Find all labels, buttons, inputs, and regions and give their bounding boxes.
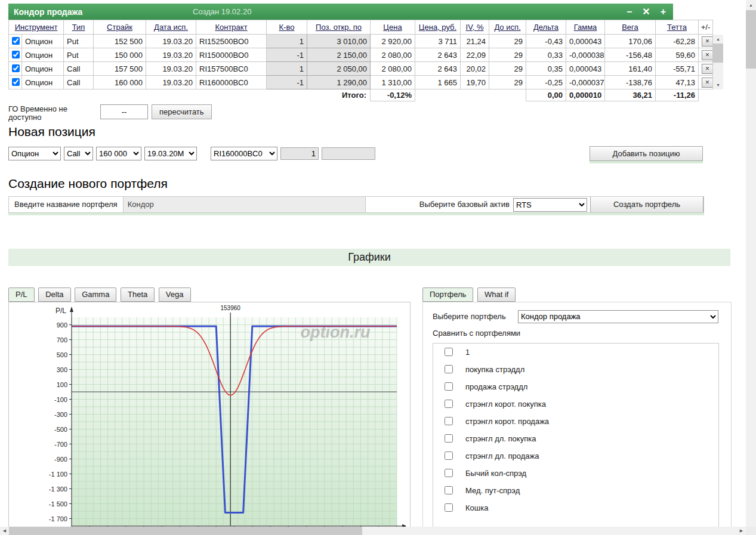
col-header-theta[interactable]: Тетта bbox=[656, 20, 699, 35]
tab-portfolio[interactable]: Портфель bbox=[422, 287, 473, 302]
cell-qty[interactable]: -1 bbox=[267, 76, 307, 89]
np-date-select[interactable]: 19.03.20M bbox=[144, 147, 197, 160]
position-checkbox[interactable] bbox=[12, 64, 20, 72]
col-header-vega[interactable]: Вега bbox=[605, 20, 656, 35]
np-qty-field[interactable] bbox=[280, 147, 319, 160]
position-checkbox[interactable] bbox=[12, 78, 20, 86]
col-header-delta[interactable]: Дельта bbox=[526, 20, 566, 35]
col-header-price[interactable]: Цена bbox=[371, 20, 415, 35]
cell-open-pos[interactable]: 2 050,00 bbox=[307, 62, 371, 76]
portfolio-select[interactable]: Кондор продажа bbox=[518, 310, 718, 323]
remove-position-button[interactable]: ✕ bbox=[702, 50, 713, 60]
table-scrollbar[interactable]: ▲ ▼ bbox=[713, 35, 723, 89]
portfolio-compare-item[interactable]: 1 bbox=[433, 344, 718, 361]
horizontal-scroll-thumb[interactable] bbox=[9, 527, 362, 535]
scroll-left-icon[interactable]: ◀ bbox=[0, 527, 9, 535]
col-header-qty[interactable]: К-во bbox=[267, 20, 307, 35]
go-value-field[interactable] bbox=[100, 104, 148, 119]
col-header-price-rub[interactable]: Цена, руб. bbox=[415, 20, 461, 35]
np-extra-field[interactable] bbox=[322, 147, 375, 160]
col-header-gamma[interactable]: Гамма bbox=[566, 20, 605, 35]
tab-delta[interactable]: Delta bbox=[38, 287, 70, 302]
base-asset-select[interactable]: RTS bbox=[513, 198, 587, 212]
col-header-type[interactable]: Тип bbox=[64, 20, 94, 35]
col-header-instrument[interactable]: Инструмент bbox=[9, 20, 64, 35]
svg-text:500: 500 bbox=[57, 351, 67, 358]
portfolio-compare-name: 1 bbox=[465, 348, 470, 357]
remove-position-button[interactable]: ✕ bbox=[702, 78, 713, 88]
np-strike-select[interactable]: 160 000 bbox=[96, 147, 141, 160]
portfolio-compare-item[interactable]: стрэнгл корот. покупка bbox=[433, 395, 718, 413]
portfolio-compare-checkbox[interactable] bbox=[445, 365, 453, 373]
scroll-right-icon[interactable]: ▶ bbox=[737, 527, 746, 535]
portfolio-compare-checkbox[interactable] bbox=[445, 382, 453, 391]
remove-position-button[interactable]: ✕ bbox=[702, 36, 713, 47]
horizontal-scrollbar[interactable]: ◀ ▶ bbox=[0, 527, 746, 535]
cell-strike: 160 000 bbox=[94, 76, 146, 89]
col-header-contract[interactable]: Контракт bbox=[196, 20, 267, 35]
cell-qty[interactable]: -1 bbox=[267, 48, 307, 62]
table-scroll-thumb[interactable] bbox=[713, 44, 723, 63]
col-header-open-pos[interactable]: Поз. откр. по bbox=[307, 20, 371, 35]
portfolio-compare-checkbox[interactable] bbox=[445, 503, 453, 512]
cell-open-pos[interactable]: 1 290,00 bbox=[307, 76, 371, 89]
svg-text:-500: -500 bbox=[54, 425, 67, 432]
tab-vega[interactable]: Vega bbox=[159, 287, 191, 302]
recalculate-button[interactable]: пересчитать bbox=[152, 104, 212, 119]
portfolio-compare-item[interactable]: стрэнгл дл. продажа bbox=[433, 447, 718, 465]
remove-position-button[interactable]: ✕ bbox=[702, 64, 713, 74]
vertical-scrollbar[interactable]: ▲ ▼ bbox=[746, 0, 756, 535]
cell-qty[interactable]: 1 bbox=[267, 62, 307, 76]
cell-open-pos[interactable]: 3 010,00 bbox=[307, 35, 371, 48]
add-icon[interactable]: + bbox=[661, 7, 666, 17]
np-instrument-select[interactable]: Опцион bbox=[8, 147, 61, 160]
table-scroll-up-icon[interactable]: ▲ bbox=[713, 35, 723, 44]
cell-exp-date: 19.03.20 bbox=[146, 62, 196, 76]
portfolio-compare-item[interactable]: стрэнгл дл. покупка bbox=[433, 430, 718, 447]
cell-strike: 150 000 bbox=[94, 48, 146, 62]
portfolio-compare-item[interactable]: Кошка bbox=[433, 499, 718, 517]
portfolio-compare-checkbox[interactable] bbox=[445, 469, 453, 477]
portfolio-compare-checkbox[interactable] bbox=[445, 348, 453, 356]
create-portfolio-button[interactable]: Создать портфель bbox=[590, 197, 703, 212]
svg-text:-700: -700 bbox=[54, 440, 67, 447]
portfolio-compare-name: продажа стрэддл bbox=[465, 382, 527, 391]
cell-open-pos[interactable]: 2 150,00 bbox=[307, 48, 371, 62]
vertical-scroll-thumb[interactable] bbox=[746, 10, 756, 69]
scroll-up-icon[interactable]: ▲ bbox=[746, 0, 756, 10]
add-position-button[interactable]: Добавить позицию bbox=[590, 146, 703, 161]
tab-whatif[interactable]: What if bbox=[477, 287, 516, 302]
np-type-select[interactable]: Call bbox=[64, 147, 93, 160]
portfolio-compare-item[interactable]: стрэнгл корот. продажа bbox=[433, 413, 718, 430]
row-checkbox-cell bbox=[9, 62, 22, 76]
close-icon[interactable]: ✕ bbox=[642, 7, 650, 17]
col-header-iv[interactable]: IV, % bbox=[461, 20, 489, 35]
portfolio-compare-item[interactable]: Бычий кол-спрэд bbox=[433, 465, 718, 482]
portfolio-compare-item[interactable]: Мед. пут-спрэд bbox=[433, 482, 718, 499]
portfolio-compare-checkbox[interactable] bbox=[445, 451, 453, 460]
col-header-days[interactable]: До исп. bbox=[489, 20, 526, 35]
portfolio-compare-checkbox[interactable] bbox=[445, 400, 453, 408]
compare-portfolios-list: 1 покупка стрэддл продажа стрэддл стрэнг… bbox=[433, 344, 718, 517]
portfolio-compare-checkbox[interactable] bbox=[445, 434, 453, 443]
tab-theta[interactable]: Theta bbox=[121, 287, 155, 302]
cell-qty[interactable]: 1 bbox=[267, 35, 307, 48]
col-header-plus-minus: +/- bbox=[699, 20, 713, 35]
col-header-exp-date[interactable]: Дата исп. bbox=[146, 20, 196, 35]
tab-pl[interactable]: P/L bbox=[8, 287, 35, 302]
np-contract-select[interactable]: RI160000BC0 bbox=[211, 147, 277, 160]
position-row: Опцион Call 157 500 19.03.20 RI157500BC0… bbox=[9, 62, 713, 76]
minimize-icon[interactable]: − bbox=[627, 7, 632, 17]
portfolio-name-input[interactable] bbox=[124, 197, 366, 212]
col-header-strike[interactable]: Страйк bbox=[94, 20, 146, 35]
position-checkbox[interactable] bbox=[12, 51, 20, 58]
portfolio-compare-item[interactable]: продажа стрэддл bbox=[433, 378, 718, 395]
portfolio-select-label: Выберите портфель bbox=[433, 312, 518, 321]
tab-gamma[interactable]: Gamma bbox=[75, 287, 116, 302]
table-scroll-down-icon[interactable]: ▼ bbox=[713, 81, 723, 89]
position-checkbox[interactable] bbox=[12, 37, 20, 45]
portfolio-compare-checkbox[interactable] bbox=[445, 417, 453, 425]
portfolio-compare-item[interactable]: покупка стрэддл bbox=[433, 361, 718, 378]
portfolio-select-row: Выберите портфель Кондор продажа bbox=[433, 310, 731, 323]
portfolio-compare-checkbox[interactable] bbox=[445, 486, 453, 494]
